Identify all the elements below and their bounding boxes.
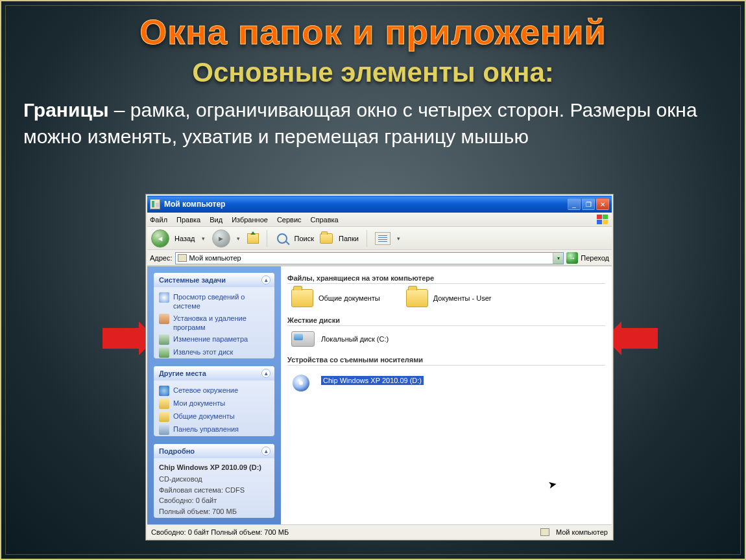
up-button[interactable] (247, 233, 259, 244)
go-label[interactable]: Переход (581, 254, 609, 262)
place-my-documents[interactable]: Мои документы (159, 397, 269, 410)
status-bar: Свободно: 0 байт Полный объем: 700 МБ Мо… (147, 524, 612, 539)
address-bar: Адрес: Мой компьютер ▾ → Переход (147, 250, 612, 266)
control-panel-icon (159, 425, 169, 435)
my-documents-icon (159, 399, 169, 409)
panel-details-header[interactable]: Подробно ▴ (154, 444, 274, 458)
menu-file[interactable]: Файл (150, 216, 167, 224)
panel-other-places-header[interactable]: Другие места ▴ (154, 366, 274, 380)
collapse-icon[interactable]: ▴ (261, 447, 271, 456)
forward-button[interactable]: ► (212, 229, 230, 248)
place-network[interactable]: Сетевое окружение (159, 384, 269, 397)
task-add-remove-programs[interactable]: Установка и удаление программ (159, 312, 269, 334)
search-icon[interactable] (275, 231, 289, 246)
details-line-total: Полный объем: 700 МБ (159, 506, 269, 517)
menu-view[interactable]: Вид (210, 216, 223, 224)
task-change-setting[interactable]: Изменение параметра (159, 333, 269, 346)
address-input[interactable]: Мой компьютер ▾ (175, 252, 564, 264)
folder-label: Документы - User (433, 294, 492, 302)
search-label[interactable]: Поиск (295, 235, 314, 242)
section-removable: Устройства со съемными носителями (287, 356, 605, 366)
close-button[interactable]: ✕ (596, 198, 609, 210)
address-my-computer-icon (178, 254, 187, 262)
drive-label: Локальный диск (C:) (321, 335, 389, 343)
collapse-icon[interactable]: ▴ (261, 275, 271, 285)
section-files: Файлы, хранящиеся на этом компьютере (287, 274, 605, 284)
explorer-window: Мой компьютер _ ❐ ✕ Файл Правка Вид Избр… (146, 194, 613, 540)
slide-body-text: Границы – рамка, ограничивающая окно с ч… (23, 97, 724, 150)
address-value: Мой компьютер (189, 254, 241, 262)
toolbar-separator (267, 230, 267, 247)
back-dropdown[interactable]: ▾ (200, 235, 207, 242)
cd-label-selected: Chip Windows XP 2010.09 (D:) (321, 376, 424, 385)
status-my-computer-icon (540, 528, 549, 536)
settings-icon (159, 334, 169, 345)
panel-other-places-title: Другие места (159, 369, 206, 377)
place-control-panel[interactable]: Панель управления (159, 423, 269, 436)
place-shared-documents[interactable]: Общие документы (159, 410, 269, 423)
slide-title-main: Окна папок и приложений (0, 12, 746, 52)
hard-drive-icon (291, 331, 315, 347)
forward-dropdown[interactable]: ▾ (235, 235, 242, 242)
collapse-icon[interactable]: ▴ (261, 369, 271, 378)
menu-help[interactable]: Справка (311, 216, 339, 224)
status-right: Мой компьютер (556, 528, 608, 536)
drive-cd-d[interactable]: Chip Windows XP 2010.09 (D:) (287, 371, 605, 390)
views-dropdown[interactable]: ▾ (396, 235, 402, 242)
my-computer-icon (150, 199, 160, 209)
eject-icon (159, 347, 169, 358)
shared-documents-icon (159, 412, 169, 422)
task-sidebar: Системные задачи ▴ Просмотр сведений о с… (147, 266, 281, 524)
panel-system-tasks-header[interactable]: Системные задачи ▴ (154, 273, 274, 287)
term-borders: Границы (23, 99, 109, 121)
views-button[interactable] (375, 232, 391, 245)
panel-details-title: Подробно (159, 447, 195, 455)
menu-favorites[interactable]: Избранное (232, 216, 268, 224)
window-title: Мой компьютер (164, 200, 568, 209)
network-icon (159, 386, 169, 396)
task-view-system-info[interactable]: Просмотр сведений о системе (159, 291, 269, 312)
windows-flag-icon (596, 214, 609, 226)
menu-bar: Файл Правка Вид Избранное Сервис Справка (147, 213, 612, 227)
window-body: Системные задачи ▴ Просмотр сведений о с… (147, 266, 612, 524)
panel-other-places: Другие места ▴ Сетевое окружение Мои док… (154, 366, 274, 436)
maximize-button[interactable]: ❐ (582, 198, 595, 210)
arrow-left-pointer (102, 328, 139, 349)
menu-edit[interactable]: Правка (176, 216, 200, 224)
details-line-free: Свободно: 0 байт (159, 495, 269, 506)
go-button[interactable]: → (566, 252, 578, 264)
cd-drive-icon (291, 371, 315, 390)
content-pane[interactable]: Файлы, хранящиеся на этом компьютере Общ… (281, 266, 612, 524)
drive-local-c[interactable]: Локальный диск (C:) (287, 331, 605, 347)
toolbar: ◄ Назад ▾ ► ▾ Поиск Папки ▾ (147, 227, 612, 250)
panel-system-tasks: Системные задачи ▴ Просмотр сведений о с… (154, 273, 274, 358)
details-drive-title: Chip Windows XP 2010.09 (D:) (159, 462, 269, 473)
minimize-button[interactable]: _ (568, 198, 581, 210)
task-eject-disk[interactable]: Извлечь этот диск (159, 346, 269, 358)
folders-label[interactable]: Папки (339, 235, 359, 242)
menu-tools[interactable]: Сервис (277, 216, 302, 224)
body-rest: – рамка, ограничивающая окно с четырех с… (23, 99, 697, 147)
address-label: Адрес: (150, 254, 173, 262)
section-hard-drives: Жесткие диски (287, 316, 605, 326)
folder-icon (406, 289, 428, 307)
add-remove-icon (159, 314, 169, 324)
back-label: Назад (174, 235, 195, 242)
back-button[interactable]: ◄ (151, 229, 169, 248)
slide-title-sub: Основные элементы окна: (0, 57, 746, 88)
folder-label: Общие документы (319, 294, 380, 302)
arrow-right-pointer (621, 328, 658, 349)
folder-shared-documents[interactable]: Общие документы (291, 289, 380, 307)
details-line-type: CD-дисковод (159, 474, 269, 485)
details-line-fs: Файловая система: CDFS (159, 485, 269, 496)
folder-user-documents[interactable]: Документы - User (406, 289, 492, 307)
window-buttons: _ ❐ ✕ (568, 198, 609, 210)
folders-icon[interactable] (319, 231, 333, 246)
panel-system-tasks-title: Системные задачи (159, 276, 226, 284)
address-dropdown-icon[interactable]: ▾ (553, 253, 563, 264)
titlebar[interactable]: Мой компьютер _ ❐ ✕ (147, 196, 612, 213)
panel-details: Подробно ▴ Chip Windows XP 2010.09 (D:) … (154, 444, 274, 518)
toolbar-separator-2 (367, 230, 367, 247)
info-icon (159, 292, 169, 303)
folder-icon (291, 289, 313, 307)
